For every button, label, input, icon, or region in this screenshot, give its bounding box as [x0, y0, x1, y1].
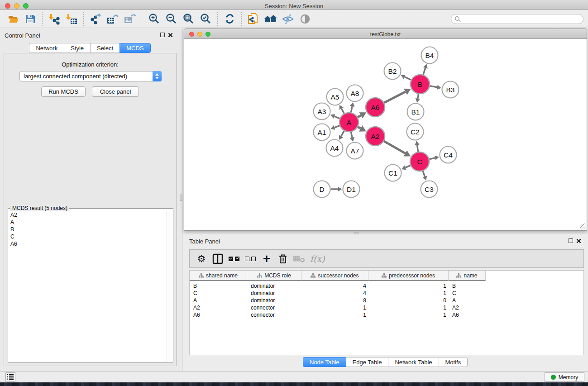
dropdown-stepper-icon[interactable]: [153, 71, 162, 81]
tab-mcds[interactable]: MCDS: [120, 43, 150, 53]
table-cell[interactable]: B: [190, 283, 247, 289]
zoom-fit-icon[interactable]: [182, 12, 195, 26]
graph-edge-A-A1[interactable]: [335, 126, 339, 128]
graph-edge-A-A4[interactable]: [341, 131, 344, 136]
import-table-icon[interactable]: [65, 12, 78, 26]
close-panel-button[interactable]: Close panel: [92, 86, 139, 97]
table-cell[interactable]: A: [190, 297, 247, 304]
graph-edge-A-A8[interactable]: [351, 106, 352, 112]
mcds-result-item[interactable]: C: [9, 233, 167, 240]
node-table[interactable]: shared nameMCDS rolesuccessor nodesprede…: [189, 270, 584, 355]
network-window-titlebar[interactable]: testGlobe.txt: [184, 29, 587, 39]
table-cell[interactable]: dominator: [247, 283, 301, 289]
graph-edge-A2-C[interactable]: [384, 141, 405, 153]
tab-motifs[interactable]: Motifs: [439, 357, 468, 367]
mcds-result-item[interactable]: A: [9, 219, 167, 226]
tab-node-table[interactable]: Node Table: [303, 357, 346, 367]
graph-edge-C-C4[interactable]: [429, 158, 435, 159]
table-cell[interactable]: 8: [301, 297, 368, 304]
add-column-icon[interactable]: +: [260, 252, 273, 266]
close-table-panel-icon[interactable]: [576, 238, 581, 243]
duplicate-network-icon[interactable]: [247, 12, 260, 26]
table-cell[interactable]: 0: [368, 297, 449, 304]
graph-edge-C-C1[interactable]: [405, 166, 410, 168]
graph-edge-C-C3[interactable]: [423, 171, 425, 176]
graph-edge-A6-B[interactable]: [384, 92, 406, 103]
table-cell[interactable]: 1: [301, 305, 368, 311]
mcds-result-list[interactable]: A2ABCA6: [9, 211, 167, 362]
deselect-all-icon[interactable]: [244, 252, 257, 266]
table-row[interactable]: A2connector11A2: [190, 304, 583, 311]
table-cell[interactable]: A6: [190, 312, 247, 318]
graph-edge-A-A3[interactable]: [335, 116, 340, 119]
zoom-selected-icon[interactable]: [199, 12, 212, 26]
table-row[interactable]: A6connector11A6: [190, 311, 583, 319]
mcds-result-scrollbar[interactable]: [167, 211, 172, 362]
graph-edge-A-A7[interactable]: [351, 132, 352, 138]
close-panel-icon[interactable]: [168, 33, 173, 38]
float-table-panel-icon[interactable]: [569, 238, 573, 243]
tab-network-table[interactable]: Network Table: [388, 357, 439, 367]
save-session-icon[interactable]: [24, 12, 37, 26]
resize-grip-icon[interactable]: [580, 224, 586, 229]
table-cell[interactable]: 1: [301, 312, 368, 318]
table-cell[interactable]: 1: [368, 283, 449, 289]
export-table-icon[interactable]: [106, 12, 120, 26]
table-settings-icon[interactable]: ⚙: [195, 252, 208, 266]
memory-button[interactable]: Memory: [545, 372, 584, 382]
table-cell[interactable]: C: [190, 290, 247, 296]
toggle-panes-icon[interactable]: [211, 252, 225, 266]
zoom-in-icon[interactable]: [147, 12, 161, 26]
export-image-icon[interactable]: [123, 12, 137, 26]
table-cell[interactable]: 1: [368, 305, 449, 311]
float-panel-icon[interactable]: [160, 33, 165, 37]
search-field[interactable]: [451, 14, 583, 24]
run-mcds-button[interactable]: Run MCDS: [41, 86, 86, 97]
column-header-shared-name[interactable]: shared name: [190, 271, 247, 281]
splitter-handle[interactable]: [180, 194, 182, 201]
table-cell[interactable]: A: [449, 297, 486, 304]
table-row[interactable]: Cdominator41C: [190, 290, 583, 297]
column-header-successor-nodes[interactable]: successor nodes: [301, 271, 368, 281]
column-header-predecessor-nodes[interactable]: predecessor nodes: [368, 271, 449, 281]
column-header-name[interactable]: name: [449, 271, 486, 281]
table-cell[interactable]: dominator: [247, 290, 301, 296]
graph-edge-C-C2[interactable]: [417, 145, 418, 152]
graph-edge-A-A6[interactable]: [358, 115, 361, 117]
show-eye-icon[interactable]: [298, 12, 312, 26]
table-row[interactable]: Bdominator41B: [190, 282, 583, 290]
home-views-icon[interactable]: [264, 12, 277, 26]
table-cell[interactable]: C: [449, 290, 486, 296]
graph-edge-A-A5[interactable]: [341, 109, 344, 114]
graph-edge-A-A2[interactable]: [358, 127, 360, 128]
delete-column-icon[interactable]: [276, 252, 290, 266]
table-cell[interactable]: connector: [247, 312, 301, 318]
function-builder-icon[interactable]: f(x): [310, 254, 325, 264]
graph-edge-B-B1[interactable]: [418, 94, 419, 99]
select-all-icon[interactable]: [227, 252, 241, 266]
delete-table-icon[interactable]: [292, 252, 306, 266]
table-cell[interactable]: B: [449, 283, 486, 289]
tab-select[interactable]: Select: [90, 43, 120, 53]
open-session-icon[interactable]: [6, 12, 20, 26]
graph-edge-B-B4[interactable]: [423, 68, 425, 75]
table-cell[interactable]: dominator: [247, 297, 301, 304]
tab-network[interactable]: Network: [29, 43, 64, 53]
table-cell[interactable]: connector: [247, 305, 301, 311]
hide-eye-icon[interactable]: [281, 12, 295, 26]
table-cell[interactable]: A2: [190, 305, 247, 311]
mcds-result-item[interactable]: A6: [9, 240, 167, 248]
zoom-out-icon[interactable]: [164, 12, 178, 26]
graph-edge-B-B3[interactable]: [430, 86, 437, 87]
task-history-button[interactable]: [5, 372, 15, 381]
table-cell[interactable]: A2: [449, 305, 486, 311]
column-header-MCDS-role[interactable]: MCDS role: [247, 271, 301, 281]
table-cell[interactable]: 1: [368, 312, 449, 318]
mcds-result-item[interactable]: A2: [9, 211, 167, 219]
import-network-icon[interactable]: [48, 12, 61, 26]
table-cell[interactable]: 1: [368, 290, 449, 296]
optimization-criterion-dropdown[interactable]: largest connected component (directed): [19, 71, 162, 81]
tab-edge-table[interactable]: Edge Table: [346, 357, 389, 367]
table-cell[interactable]: A6: [449, 312, 486, 318]
search-input[interactable]: [461, 15, 583, 23]
